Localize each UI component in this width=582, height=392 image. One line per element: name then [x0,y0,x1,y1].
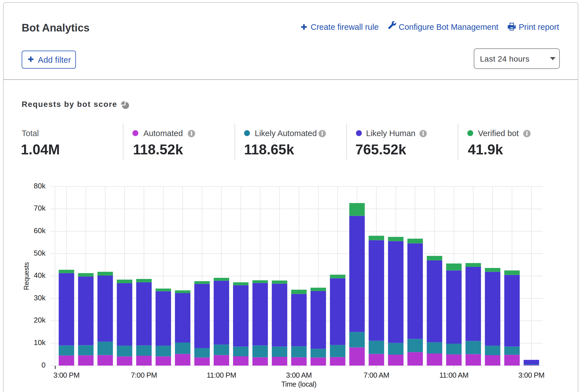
svg-text:Requests: Requests [22,262,30,290]
svg-text:Time (local): Time (local) [281,380,317,388]
svg-text:40k: 40k [34,271,46,280]
svg-text:11:00 PM: 11:00 PM [207,371,236,379]
svg-text:11:00 AM: 11:00 AM [439,371,469,379]
svg-text:30k: 30k [34,294,46,302]
svg-text:70k: 70k [34,204,46,212]
svg-text:3:00 PM: 3:00 PM [518,371,544,379]
svg-text:7:00 AM: 7:00 AM [364,371,389,379]
svg-text:10k: 10k [34,338,46,347]
svg-text:60k: 60k [34,226,46,235]
svg-text:0: 0 [42,361,46,369]
svg-text:50k: 50k [34,249,46,257]
svg-text:3:00 AM: 3:00 AM [286,371,312,379]
svg-text:3:00 PM: 3:00 PM [53,371,80,379]
svg-text:7:00 PM: 7:00 PM [131,371,157,379]
svg-text:80k: 80k [34,182,46,190]
svg-text:20k: 20k [34,316,46,324]
